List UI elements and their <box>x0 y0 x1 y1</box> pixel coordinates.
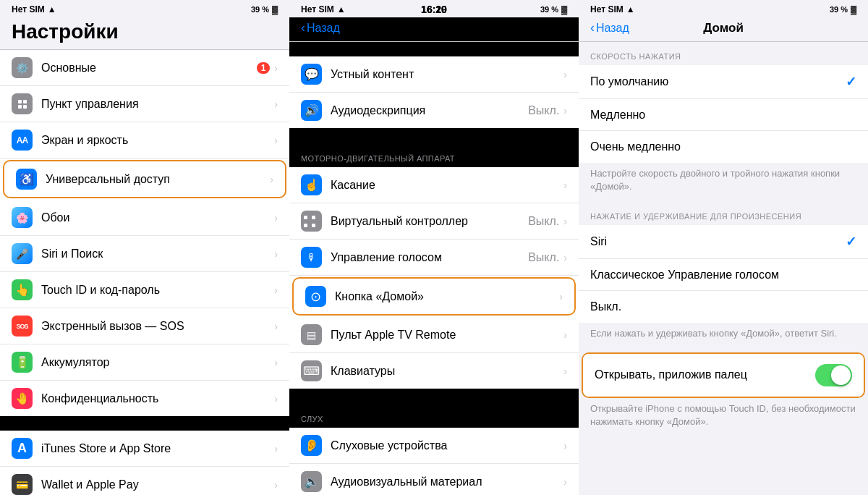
chevron-punkt: › <box>274 98 278 110</box>
label-keyboard: Клавиатуры <box>331 365 563 378</box>
label-audio: Аудиодескрипция <box>331 104 528 117</box>
icon-hearing: 👂 <box>301 435 322 456</box>
status-right-1: 39 % ▓ <box>251 5 278 14</box>
settings-item-sos[interactable]: SOS Экстренный вызов — SOS › <box>0 308 289 344</box>
speed-very-slow[interactable]: Очень медленно <box>579 131 868 163</box>
status-bar-1: Нет SIM ▲ 16:19 39 % ▓ <box>0 0 289 17</box>
chevron-audvis: › <box>563 476 567 488</box>
status-left-3: Нет SIM ▲ <box>590 4 635 14</box>
icon-itunes: A <box>12 438 33 459</box>
label-voice: Управление голосом <box>331 251 528 264</box>
chevron-voice: › <box>563 252 567 263</box>
label-home: Кнопка «Домой» <box>335 290 559 303</box>
icon-screen: AA <box>12 130 33 151</box>
settings-item-itunes[interactable]: A iTunes Store и App Store › <box>0 431 289 467</box>
speed-default-label: По умолчанию <box>590 75 846 88</box>
chevron-virt: › <box>563 216 567 227</box>
settings-scroll-1[interactable]: ⚙️ Основные 1 › Пункт управления › <box>0 50 289 495</box>
hold-siri[interactable]: Siri ✓ <box>579 225 868 259</box>
carrier-3: Нет SIM <box>590 4 624 14</box>
chevron-appletv: › <box>563 329 567 341</box>
open-toggle[interactable] <box>815 364 852 386</box>
chevron-access: › <box>270 174 273 185</box>
nav-bar-2: ‹ Назад Универсальный доступ <box>289 17 579 42</box>
back-arrow-2: ‹ <box>301 20 305 35</box>
speed-default[interactable]: По умолчанию ✓ <box>579 65 868 99</box>
settings-item-audio[interactable]: 🔊 Аудиодескрипция Выкл. › <box>289 93 579 128</box>
speed-slow[interactable]: Медленно <box>579 99 868 131</box>
icon-osnov: ⚙️ <box>12 57 33 78</box>
settings-item-keyboard[interactable]: ⌨ Клавиатуры › <box>289 353 579 389</box>
open-section-wrapper: Открывать, приложив палец <box>582 352 865 398</box>
label-touchid: Touch ID и код-пароль <box>41 284 274 297</box>
icon-keyboard: ⌨ <box>301 360 322 381</box>
label-appletv: Пульт Apple TV Remote <box>331 329 563 342</box>
label-touch: Касание <box>331 179 563 192</box>
settings-item-battery[interactable]: 🔋 Аккумулятор › <box>0 344 289 381</box>
chevron-touchid: › <box>274 284 278 296</box>
label-siri: Siri и Поиск <box>41 248 274 261</box>
hold-siri-check: ✓ <box>846 234 856 250</box>
settings-item-ustny[interactable]: 💬 Устный контент › <box>289 56 579 93</box>
settings-item-wallet[interactable]: 💳 Wallet и Apple Pay › <box>0 467 289 495</box>
hold-desc: Если нажать и удерживать кнопку «Домой»,… <box>579 323 868 349</box>
settings-item-touchid[interactable]: 👆 Touch ID и код-пароль › <box>0 272 289 308</box>
settings-scroll-2[interactable]: 💬 Устный контент › 🔊 Аудиодескрипция Вык… <box>289 42 579 495</box>
icon-virt <box>301 211 322 232</box>
hold-classic[interactable]: Классическое Управление голосом <box>579 259 868 291</box>
carrier-1: Нет SIM <box>12 4 45 14</box>
section-header-sluh: СЛУХ <box>289 403 579 428</box>
chevron-keyboard: › <box>563 365 567 377</box>
icon-privacy: 🤚 <box>12 388 33 409</box>
settings-item-siri[interactable]: 🎤 Siri и Поиск › <box>0 236 289 272</box>
settings-item-hearing[interactable]: 👂 Слуховые устройства › <box>289 428 579 464</box>
speed-desc: Настройте скорость двойного и тройного н… <box>579 163 868 202</box>
label-punkt: Пункт управления <box>41 98 274 111</box>
speed-default-check: ✓ <box>846 74 856 90</box>
settings-item-appletv[interactable]: ▤ Пульт Apple TV Remote › <box>289 317 579 353</box>
settings-item-privacy[interactable]: 🤚 Конфиденциальность › <box>0 381 289 416</box>
settings-item-virt[interactable]: Виртуальный контроллер Выкл. › <box>289 203 579 240</box>
label-sos: Экстренный вызов — SOS <box>41 320 274 333</box>
section-hold-header: НАЖАТИЕ И УДЕРЖИВАНИЕ ДЛЯ ПРОИЗНЕСЕНИЯ <box>579 202 868 225</box>
settings-item-oboi[interactable]: 🌸 Обои › <box>0 200 289 236</box>
speed-group: По умолчанию ✓ Медленно Очень медленно <box>579 65 868 163</box>
settings-item-home[interactable]: ⊙ Кнопка «Домой» › <box>292 277 576 316</box>
status-right-3: 39 % ▓ <box>830 5 856 14</box>
chevron-osnov: › <box>274 62 278 74</box>
back-label-2[interactable]: Назад <box>307 22 340 35</box>
settings-item-access[interactable]: ♿ Универсальный доступ › <box>3 160 286 198</box>
icon-audvis: 🔈 <box>301 471 322 492</box>
settings-group-sluh: 👂 Слуховые устройства › 🔈 Аудиовизуальны… <box>289 428 579 495</box>
settings-item-screen[interactable]: AA Экран и яркость › <box>0 122 289 158</box>
status-bar-3: Нет SIM ▲ 16:20 39 % ▓ <box>579 0 868 17</box>
status-left-2: Нет SIM ▲ <box>301 4 346 14</box>
settings-item-voice[interactable]: 🎙 Управление голосом Выкл. › <box>289 240 579 276</box>
label-oboi: Обои <box>41 211 274 224</box>
icon-punkt <box>12 93 33 114</box>
chevron-hearing: › <box>563 440 567 452</box>
settings-scroll-3[interactable]: СКОРОСТЬ НАЖАТИЯ По умолчанию ✓ Медленно… <box>579 42 868 495</box>
icon-wallet: 💳 <box>12 474 33 495</box>
settings-item-touch[interactable]: ☝️ Касание › <box>289 167 579 203</box>
back-button-3[interactable]: ‹ Назад <box>590 20 629 35</box>
settings-item-osnov[interactable]: ⚙️ Основные 1 › <box>0 50 289 86</box>
icon-appletv: ▤ <box>301 324 322 345</box>
speed-slow-label: Медленно <box>590 109 856 122</box>
icon-home: ⊙ <box>305 286 326 307</box>
open-label: Открывать, приложив палец <box>595 368 815 381</box>
chevron-home: › <box>559 291 563 302</box>
settings-item-punkt[interactable]: Пункт управления › <box>0 86 289 122</box>
icon-siri: 🎤 <box>12 243 33 264</box>
label-privacy: Конфиденциальность <box>41 392 274 405</box>
back-button-2[interactable]: ‹ Назад <box>301 20 340 35</box>
value-virt: Выкл. <box>528 215 559 228</box>
settings-item-audvis[interactable]: 🔈 Аудиовизуальный материал › <box>289 464 579 495</box>
open-toggle-item[interactable]: Открывать, приложив палец <box>583 354 864 397</box>
hold-group: Siri ✓ Классическое Управление голосом В… <box>579 225 868 323</box>
chevron-ustny: › <box>563 69 567 80</box>
label-hearing: Слуховые устройства <box>331 439 563 452</box>
hold-off[interactable]: Выкл. <box>579 291 868 323</box>
settings-group-bottom: A iTunes Store и App Store › 💳 Wallet и … <box>0 431 289 495</box>
back-label-3[interactable]: Назад <box>596 22 629 35</box>
